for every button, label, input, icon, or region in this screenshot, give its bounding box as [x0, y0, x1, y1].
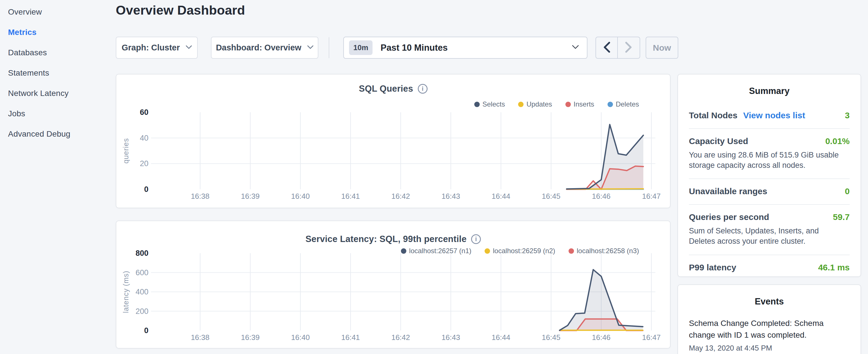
x-tick-label: 16:45: [542, 333, 560, 342]
chevron-down-icon: [307, 45, 313, 51]
x-tick-label: 16:47: [642, 192, 660, 200]
summary-row: P99 latency46.1 ms: [689, 255, 850, 277]
now-button[interactable]: Now: [646, 37, 678, 59]
summary-row: Total NodesView nodes list3: [689, 103, 850, 128]
chevron-right-icon: [625, 41, 632, 54]
time-range-badge: 10m: [349, 40, 373, 55]
next-time-button[interactable]: [618, 37, 640, 58]
chart-plot[interactable]: 16:3816:3916:4016:4116:4216:4316:4416:45…: [116, 221, 671, 349]
x-tick-label: 16:38: [191, 192, 210, 200]
view-nodes-list-link[interactable]: View nodes list: [743, 110, 805, 120]
x-tick-label: 16:40: [291, 192, 310, 200]
x-tick-label: 16:42: [392, 192, 410, 200]
y-tick-label: 400: [135, 288, 149, 296]
sidebar-item-jobs[interactable]: Jobs: [0, 103, 115, 124]
summary-header: Summary: [678, 86, 861, 96]
x-tick-label: 16:41: [341, 192, 360, 200]
x-tick-label: 16:41: [341, 333, 360, 342]
time-step-buttons: [595, 37, 640, 59]
metrics-page: OverviewMetricsDatabasesStatementsNetwor…: [0, 0, 868, 354]
summary-row-description: Sum of Selects, Updates, Inserts, and De…: [689, 226, 844, 246]
toolbar-divider: [329, 37, 329, 58]
sidebar-item-overview[interactable]: Overview: [0, 2, 115, 22]
chevron-down-icon: [186, 45, 192, 51]
summary-row: Capacity Used0.01%You are using 28.6 MiB…: [689, 128, 850, 179]
x-tick-label: 16:39: [241, 333, 260, 342]
y-tick-label: 600: [135, 268, 149, 277]
x-tick-label: 16:45: [542, 192, 560, 200]
y-tick-label: 20: [140, 159, 149, 168]
summary-row-label: Unavailable ranges: [689, 187, 767, 196]
event-text: Schema Change Completed: Schema change w…: [689, 318, 832, 341]
x-tick-label: 16:40: [291, 333, 310, 342]
summary-row-value: 59.7: [833, 212, 850, 222]
prev-time-button[interactable]: [596, 37, 618, 58]
summary-row-value: 46.1 ms: [818, 263, 850, 272]
chevron-down-icon: [572, 45, 579, 51]
y-tick-label: 40: [140, 134, 149, 142]
summary-row: Queries per second59.7Sum of Selects, Up…: [689, 204, 850, 254]
event-timestamp: May 13, 2020 at 4:45 PM: [689, 344, 850, 353]
sidebar-item-advanced-debug[interactable]: Advanced Debug: [0, 124, 115, 144]
x-tick-label: 16:39: [241, 192, 260, 200]
time-range-picker[interactable]: 10m Past 10 Minutes: [343, 37, 587, 59]
summary-row-main: Unavailable ranges0: [689, 187, 850, 196]
chevron-left-icon: [603, 41, 610, 54]
events-header: Events: [678, 296, 861, 307]
summary-row-label: Capacity Used: [689, 136, 748, 146]
graph-dropdown-label: Graph: Cluster: [122, 43, 180, 53]
dashboard-dropdown-label: Dashboard: Overview: [216, 43, 301, 53]
events-body: Schema Change Completed: Schema change w…: [678, 318, 861, 353]
time-range-label: Past 10 Minutes: [380, 43, 566, 53]
summary-row-label: P99 latency: [689, 263, 736, 272]
y-tick-label: 800: [135, 249, 149, 257]
sql-queries-chart-card: SQL Queries i SelectsUpdatesInsertsDelet…: [116, 74, 671, 208]
summary-row-main: P99 latency46.1 ms: [689, 263, 850, 272]
sidebar-item-statements[interactable]: Statements: [0, 63, 115, 83]
summary-row-value: 3: [845, 110, 850, 120]
x-tick-label: 16:44: [492, 333, 510, 342]
x-tick-label: 16:43: [442, 333, 460, 342]
summary-row-description: You are using 28.6 MiB of 515.9 GiB usab…: [689, 150, 844, 170]
toolbar: Graph: Cluster Dashboard: Overview 10m P…: [0, 37, 868, 59]
service-latency-chart-card: Service Latency: SQL, 99th percentile i …: [116, 221, 671, 349]
summary-row-value: 0.01%: [825, 136, 850, 146]
y-tick-label: 60: [140, 108, 149, 117]
y-tick-label: 0: [144, 326, 149, 335]
x-tick-label: 16:43: [442, 192, 460, 200]
event-item[interactable]: Schema Change Completed: Schema change w…: [689, 318, 850, 353]
chart-plot[interactable]: 16:3816:3916:4016:4116:4216:4316:4416:45…: [116, 74, 671, 209]
summary-row-main: Capacity Used0.01%: [689, 136, 850, 146]
summary-row-main: Total NodesView nodes list3: [689, 110, 850, 120]
page-title: Overview Dashboard: [116, 3, 245, 18]
sidebar-item-network-latency[interactable]: Network Latency: [0, 83, 115, 103]
y-tick-label: 200: [135, 307, 149, 316]
summary-row-label: Queries per second: [689, 212, 769, 222]
summary-row: Unavailable ranges0: [689, 179, 850, 204]
x-tick-label: 16:47: [642, 333, 660, 342]
summary-row-label: Total Nodes: [689, 110, 737, 120]
events-panel: Events Schema Change Completed: Schema c…: [677, 284, 861, 354]
x-tick-label: 16:42: [392, 333, 410, 342]
y-axis-label: latency (ms): [122, 271, 130, 313]
x-tick-label: 16:46: [592, 192, 611, 200]
dashboard-dropdown[interactable]: Dashboard: Overview: [211, 37, 318, 59]
y-tick-label: 0: [144, 185, 149, 194]
summary-panel: Summary Total NodesView nodes list3Capac…: [677, 74, 861, 277]
summary-body: Total NodesView nodes list3Capacity Used…: [678, 103, 861, 277]
x-tick-label: 16:46: [592, 333, 611, 342]
y-axis-label: queries: [122, 138, 130, 164]
x-tick-label: 16:38: [191, 333, 210, 342]
summary-row-main: Queries per second59.7: [689, 212, 850, 222]
graph-dropdown[interactable]: Graph: Cluster: [116, 37, 198, 59]
x-tick-label: 16:44: [492, 192, 510, 200]
summary-row-value: 0: [845, 187, 850, 196]
